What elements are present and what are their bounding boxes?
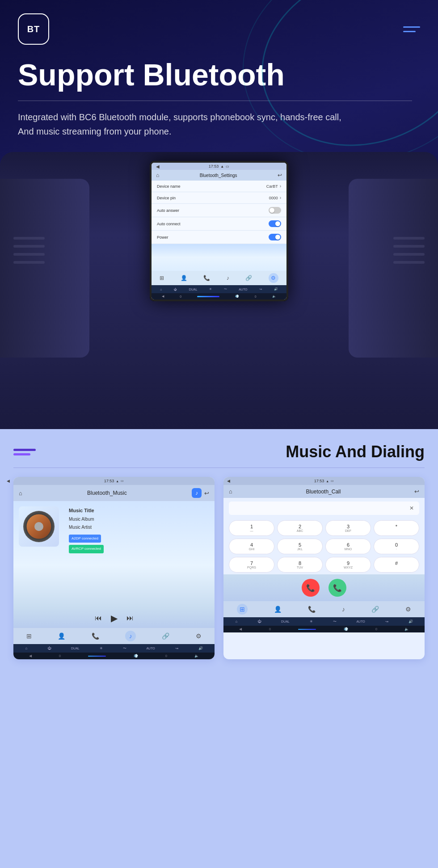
music-dial-icon[interactable]: ♪ xyxy=(342,606,345,613)
dial-key-3[interactable]: 3DEF xyxy=(325,520,371,536)
fan-dial-icon[interactable]: 💨 xyxy=(344,627,348,631)
dial-clear-button[interactable]: ✕ xyxy=(409,505,414,511)
back-nav-icon[interactable]: ◀ xyxy=(162,295,164,298)
grid-dial-icon[interactable]: ⊞ xyxy=(237,604,248,615)
settings-dial-icon[interactable]: ⚙ xyxy=(405,606,411,613)
music-back-btn[interactable]: ↩ xyxy=(204,490,209,497)
auto-dial-label: AUTO xyxy=(356,620,365,623)
user-nav-icon[interactable]: 👤 xyxy=(58,632,65,640)
vol-down-icon[interactable]: 🔈 xyxy=(272,295,276,298)
screen-temp-bar: ◀ 0 💨 0 🔈 xyxy=(152,293,286,299)
frost-dial-clim[interactable]: ✳ xyxy=(310,619,313,624)
center-screen[interactable]: ◀ 17:53 ▲ ▭ ⌂ Bluetooth_Settings ↩ xyxy=(150,161,288,301)
vol-down-dial-icon[interactable]: 🔈 xyxy=(404,627,409,631)
frost-clim-icon[interactable]: ✳ xyxy=(100,646,103,650)
wave-clim-icon[interactable]: 〜 xyxy=(123,646,126,651)
dial-panel-title: Bluetooth_Call xyxy=(306,489,341,495)
vol-dial-clim[interactable]: 🔊 xyxy=(409,619,413,624)
next-button[interactable]: ⏭ xyxy=(126,614,134,622)
link-nav-icon[interactable]: 🔗 xyxy=(162,632,169,640)
back-clim-icon[interactable]: ◀ xyxy=(29,654,32,658)
auto-answer-row[interactable]: Auto answer xyxy=(152,204,286,217)
home-clim-icon[interactable]: ⌂ xyxy=(25,646,27,650)
link-icon[interactable]: 🔗 xyxy=(245,275,252,281)
end-call-button[interactable]: 📞 xyxy=(302,579,320,597)
music-signal-icon: ▲ xyxy=(116,480,119,483)
dial-temp-bar: ◀ 0 💨 0 🔈 xyxy=(223,626,425,632)
auto-connect-row[interactable]: Auto connect xyxy=(152,217,286,231)
music-section-title: Music And Dialing xyxy=(286,442,425,461)
wave-dial-clim[interactable]: 〜 xyxy=(333,619,337,624)
auto-connect-toggle[interactable] xyxy=(269,220,281,227)
home-climate-icon[interactable]: ⌂ xyxy=(160,288,162,291)
user-dial-icon[interactable]: 👤 xyxy=(274,606,282,613)
prev-button[interactable]: ⏮ xyxy=(95,614,102,622)
dial-key-star[interactable]: * xyxy=(374,520,419,536)
temp-left-dial: 0 xyxy=(269,628,271,631)
back-dial-nav[interactable]: ◀ xyxy=(239,627,242,631)
curve-dial-clim[interactable]: ↝ xyxy=(385,619,388,624)
screen-statusbar: ◀ 17:53 ▲ ▭ xyxy=(152,163,286,170)
play-button[interactable]: ▶ xyxy=(111,613,118,624)
dial-wifi-icon: ▭ xyxy=(331,479,334,483)
dial-key-1[interactable]: 1— xyxy=(229,520,274,536)
a2dp-badge: A2DP connected xyxy=(69,535,101,543)
temp-right: 0 xyxy=(165,654,167,657)
music-dialing-section: Music And Dialing ◀ 17:53 ▲ ▭ ⌂ Bluetoot… xyxy=(0,429,438,868)
dial-input-row: ✕ xyxy=(229,501,419,515)
dial-key-9[interactable]: 9WXYZ xyxy=(325,557,371,573)
wave-icon[interactable]: 〜 xyxy=(224,287,227,291)
link-dial-icon[interactable]: 🔗 xyxy=(371,606,379,613)
back-icon[interactable]: ↩ xyxy=(278,172,282,178)
call-buttons: 📞 📞 xyxy=(223,574,425,601)
back-arrow-icon[interactable]: ◀ xyxy=(156,164,160,169)
phone-icon[interactable]: 📞 xyxy=(203,275,210,281)
power-toggle[interactable] xyxy=(269,234,281,240)
temp-right-value: 0 xyxy=(255,295,257,298)
vol-clim-icon[interactable]: 🔊 xyxy=(198,646,203,650)
music-header: Music And Dialing xyxy=(13,442,425,461)
dial-back-btn[interactable]: ↩ xyxy=(414,488,419,495)
settings-nav-icon[interactable]: ⚙ xyxy=(196,632,202,640)
vol-down-clim-icon[interactable]: 🔈 xyxy=(194,654,199,658)
screen-gradient xyxy=(152,244,286,271)
curve-clim-icon[interactable]: ↝ xyxy=(175,646,178,650)
dial-key-8[interactable]: 8TUV xyxy=(277,557,323,573)
music-nav-icon[interactable]: ♪ xyxy=(125,631,136,641)
phone-dial-icon[interactable]: 📞 xyxy=(308,606,316,613)
power-clim-icon[interactable]: ⏻ xyxy=(47,646,51,650)
curve-icon[interactable]: ↝ xyxy=(259,287,262,291)
fan-clim-icon[interactable]: 💨 xyxy=(134,654,138,658)
dial-back-icon[interactable]: ◀ xyxy=(227,479,230,483)
fan-icon[interactable]: 💨 xyxy=(235,295,239,298)
vol-up-icon[interactable]: 🔊 xyxy=(274,287,278,291)
dial-key-2[interactable]: 2ABC xyxy=(277,520,323,536)
auto-answer-toggle[interactable] xyxy=(269,207,281,214)
album-disc xyxy=(23,511,55,542)
dial-key-7[interactable]: 7PQRS xyxy=(229,557,274,573)
dial-key-4[interactable]: 4GHI xyxy=(229,539,274,554)
dial-key-0[interactable]: 0· xyxy=(374,539,419,554)
power-climate-icon[interactable]: ⏻ xyxy=(174,288,177,291)
auto-clim-label: AUTO xyxy=(146,647,155,650)
music-icon[interactable]: ♪ xyxy=(227,275,229,281)
music-home-icon[interactable]: ⌂ xyxy=(19,490,22,497)
home-dial-clim[interactable]: ⌂ xyxy=(235,619,237,624)
grid-nav-icon[interactable]: ⊞ xyxy=(26,632,32,640)
device-name-row[interactable]: Device name CarBT › xyxy=(152,181,286,192)
dial-key-6[interactable]: 6MNO xyxy=(325,539,371,554)
music-note-button[interactable]: ♪ xyxy=(192,488,202,498)
grid-icon[interactable]: ⊞ xyxy=(160,275,164,281)
dial-home-icon[interactable]: ⌂ xyxy=(229,488,232,495)
dial-key-hash[interactable]: # xyxy=(374,557,419,573)
settings-icon[interactable]: ⚙ xyxy=(269,273,278,283)
power-dial-clim[interactable]: ⏻ xyxy=(257,619,261,624)
answer-call-button[interactable]: 📞 xyxy=(328,579,346,597)
device-pin-row[interactable]: Device pin 0000 › xyxy=(152,192,286,204)
power-row[interactable]: Power xyxy=(152,231,286,244)
user-icon[interactable]: 👤 xyxy=(181,275,187,281)
dial-key-5[interactable]: 5JKL xyxy=(277,539,323,554)
home-icon[interactable]: ⌂ xyxy=(156,172,159,178)
phone-nav-icon[interactable]: 📞 xyxy=(92,632,99,640)
frost-icon[interactable]: ✳ xyxy=(209,287,212,291)
